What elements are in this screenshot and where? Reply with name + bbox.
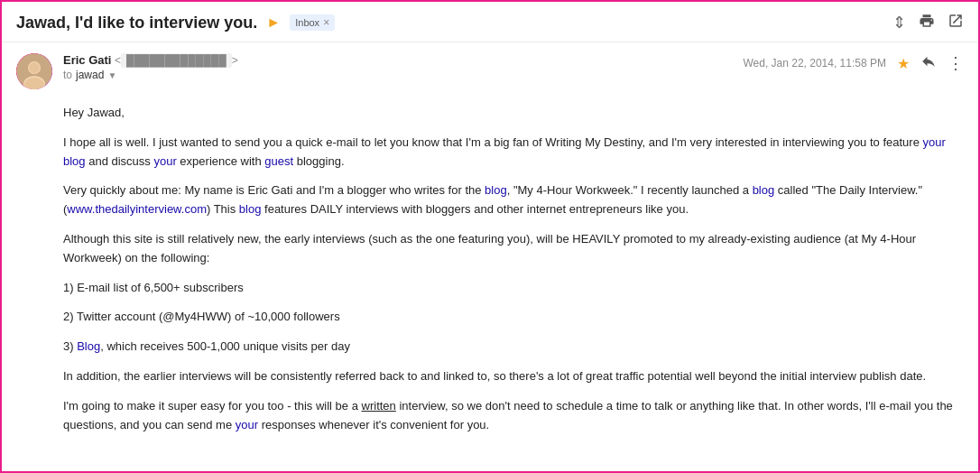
email-container: Jawad, I'd like to interview you. ► Inbo…	[0, 0, 980, 473]
p2-blog1-link[interactable]: blog	[485, 183, 507, 197]
li3-pre: 3)	[63, 339, 77, 353]
reply-icon[interactable]	[920, 53, 937, 73]
p5-text3: responses whenever it's convenient for y…	[258, 418, 489, 431]
more-options-icon[interactable]: ⋮	[948, 53, 964, 73]
p2-text5: features DAILY interviews with bloggers …	[261, 202, 689, 216]
list-item1: 1) E-mail list of 6,500+ subscribers	[63, 279, 964, 298]
list-item3: 3) Blog, which receives 500-1,000 unique…	[63, 338, 964, 357]
p1-text4: blogging.	[293, 154, 344, 168]
to-name: jawad	[76, 69, 104, 81]
print-icon[interactable]	[919, 13, 935, 32]
list-item2: 2) Twitter account (@My4HWW) of ~10,000 …	[63, 308, 964, 327]
greeting: Hey Jawad,	[63, 104, 964, 123]
p1-your-link[interactable]: your	[153, 154, 176, 168]
li3-post: , which receives 500-1,000 unique visits…	[100, 339, 350, 353]
paragraph5: I'm going to make it super easy for you …	[63, 397, 964, 435]
p1-guest-link[interactable]: guest	[264, 154, 293, 168]
lightning-icon: ►	[266, 14, 281, 31]
p5-your-link[interactable]: your	[236, 418, 258, 431]
p2-url-link[interactable]: www.thedailyinterview.com	[67, 202, 207, 216]
subject-area: Jawad, I'd like to interview you. ► Inbo…	[16, 14, 892, 32]
p1-text2: and discuss	[86, 154, 154, 168]
sender-email-display: <█████████████>	[115, 53, 238, 68]
email-date: Wed, Jan 22, 2014, 11:58 PM	[743, 57, 886, 70]
to-chevron-icon[interactable]: ▼	[107, 70, 116, 80]
paragraph4: In addition, the earlier interviews will…	[63, 367, 964, 386]
p2-text1: Very quickly about me: My name is Eric G…	[63, 183, 485, 197]
p2-blog3-link[interactable]: blog	[239, 202, 262, 216]
external-link-icon[interactable]	[948, 13, 964, 32]
star-icon[interactable]: ★	[897, 55, 910, 72]
inbox-close-button[interactable]: ×	[323, 16, 329, 29]
sender-info: Eric Gati <█████████████> to jawad ▼	[63, 53, 732, 81]
paragraph2: Very quickly about me: My name is Eric G…	[63, 181, 964, 219]
inbox-badge[interactable]: Inbox ×	[290, 14, 335, 31]
email-meta: Eric Gati <█████████████> to jawad ▼ Wed…	[2, 42, 978, 97]
p1-text1: I hope all is well. I just wanted to sen…	[63, 135, 923, 149]
to-label: to	[63, 69, 72, 81]
p2-text2: , "My 4-Hour Workweek." I recently launc…	[507, 183, 753, 197]
sender-name: Eric Gati	[63, 53, 111, 67]
paragraph1: I hope all is well. I just wanted to sen…	[63, 134, 964, 172]
paragraph3: Although this site is still relatively n…	[63, 230, 964, 268]
p2-blog2-link[interactable]: blog	[753, 183, 775, 197]
header-actions: ⇕	[892, 13, 964, 32]
sender-email-hidden: █████████████	[121, 53, 232, 68]
sender-to-row: to jawad ▼	[63, 69, 732, 81]
sender-avatar	[16, 53, 52, 89]
p1-text3: experience with	[177, 154, 265, 168]
li3-blog-link[interactable]: Blog	[77, 339, 100, 353]
sender-name-row: Eric Gati <█████████████>	[63, 53, 732, 67]
p2-text4: ) This	[207, 202, 239, 216]
p5-text1: I'm going to make it super easy for you …	[63, 399, 362, 413]
email-header: Jawad, I'd like to interview you. ► Inbo…	[2, 2, 978, 42]
email-body: Hey Jawad, I hope all is well. I just wa…	[2, 97, 978, 459]
p5-written-text: written	[362, 399, 396, 413]
email-subject: Jawad, I'd like to interview you.	[16, 14, 257, 32]
inbox-label: Inbox	[295, 17, 319, 28]
updown-icon[interactable]: ⇕	[892, 13, 906, 32]
svg-point-3	[29, 62, 40, 73]
email-date-area: Wed, Jan 22, 2014, 11:58 PM ★ ⋮	[743, 53, 964, 73]
